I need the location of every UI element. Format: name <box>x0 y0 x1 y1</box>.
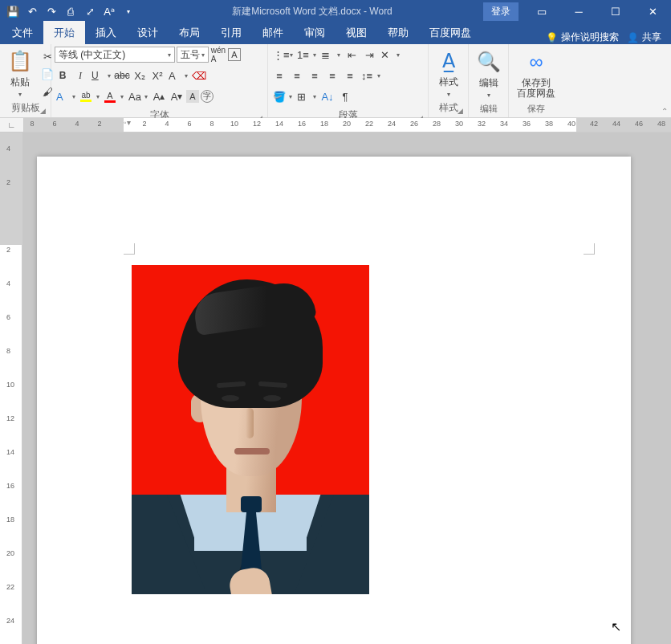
ruler-v-tick: 4 <box>6 145 10 153</box>
ruler-h-tick: 34 <box>500 120 508 128</box>
clipboard-dialog-icon[interactable]: ◢ <box>40 107 46 115</box>
char-shading-button[interactable]: A <box>186 90 199 103</box>
login-button[interactable]: 登录 <box>483 2 518 21</box>
editing-button[interactable]: 🔍编辑▾ <box>472 47 506 101</box>
redo-icon[interactable]: ↷ <box>45 5 58 18</box>
ruler-h-tick: 24 <box>388 120 396 128</box>
multilevel-button[interactable]: ≣▾ <box>319 47 342 63</box>
show-marks-button[interactable]: ¶ <box>337 88 353 104</box>
group-clipboard-label: 剪贴板 <box>11 102 40 113</box>
tab-view[interactable]: 视图 <box>336 21 377 44</box>
tab-layout[interactable]: 布局 <box>169 21 210 44</box>
ruler-h-tick: 36 <box>523 120 531 128</box>
italic-button[interactable]: I <box>72 67 88 84</box>
font-name-combo[interactable]: 等线 (中文正文)▾ <box>55 47 175 63</box>
page[interactable] <box>37 157 631 644</box>
char-border-icon[interactable]: A <box>228 48 241 61</box>
ruler-h-tick: 4 <box>75 120 79 128</box>
qat-icon-1[interactable]: ⎙ <box>64 5 77 18</box>
sort-button[interactable]: A↓ <box>319 88 336 104</box>
align-left-button[interactable]: ≡ <box>271 67 287 84</box>
ruler-v-tick: 6 <box>6 313 10 321</box>
ruler-h-tick: 8 <box>30 120 34 128</box>
tab-baidu[interactable]: 百度网盘 <box>419 21 482 44</box>
undo-icon[interactable]: ↶ <box>26 5 39 18</box>
qat-icon-3[interactable]: Aᵃ <box>103 5 116 18</box>
shading-button[interactable]: 🪣▾ <box>271 88 294 104</box>
document-canvas[interactable] <box>22 132 671 644</box>
inserted-image[interactable] <box>132 265 369 594</box>
change-case-button[interactable]: Aa▾ <box>127 88 149 104</box>
superscript-button[interactable]: X² <box>149 67 165 84</box>
highlight-button[interactable]: ab▾ <box>79 88 101 104</box>
tab-help[interactable]: 帮助 <box>377 21 419 44</box>
styles-dialog-icon[interactable]: ◢ <box>458 107 463 115</box>
margin-corner-tr <box>584 243 595 255</box>
horizontal-ruler[interactable]: ∟ ◦▾ 86422468101214161820222426283032343… <box>0 118 671 132</box>
share-button[interactable]: 👤共享 <box>627 31 661 44</box>
save-icon[interactable]: 💾 <box>6 5 19 18</box>
qat-icon-2[interactable]: ⤢ <box>83 5 96 18</box>
ruler-h-tick: 28 <box>433 120 441 128</box>
subscript-button[interactable]: X₂ <box>132 67 148 84</box>
line-spacing-button[interactable]: ↕≡▾ <box>360 67 382 84</box>
tab-file[interactable]: 文件 <box>2 21 43 44</box>
phonetic-guide-icon[interactable]: wénA <box>210 47 226 63</box>
qat-more-icon[interactable]: ▾ <box>122 5 135 18</box>
ruler-h-tick: 12 <box>253 120 261 128</box>
ruler-v-tick: 14 <box>6 448 14 456</box>
ruler-h-tick: 2 <box>142 120 146 128</box>
font-color-button[interactable]: A▾ <box>103 88 125 104</box>
clear-formatting-button[interactable]: ⌫ <box>191 67 207 84</box>
distribute-button[interactable]: ≡ <box>342 67 358 84</box>
tab-references[interactable]: 引用 <box>210 21 252 44</box>
ruler-h-tick: 18 <box>320 120 328 128</box>
asian-layout-button[interactable]: ✕▾ <box>379 47 401 63</box>
ruler-h-tick: 26 <box>410 120 418 128</box>
font-size-combo[interactable]: 五号▾ <box>177 47 209 63</box>
ruler-h-tick: 38 <box>545 120 553 128</box>
tab-review[interactable]: 审阅 <box>294 21 336 44</box>
paste-button[interactable]: 📋 粘贴 ▾ <box>3 47 37 100</box>
close-icon[interactable]: ✕ <box>634 0 671 22</box>
tell-me-search[interactable]: 💡操作说明搜索 <box>546 31 619 44</box>
grow-font-button[interactable]: A▴ <box>151 88 167 104</box>
tab-design[interactable]: 设计 <box>127 21 169 44</box>
decrease-indent-button[interactable]: ⇤ <box>344 47 360 63</box>
vertical-ruler[interactable]: 4224681012141618202224 <box>0 132 22 644</box>
ruler-h-tick: 8 <box>209 120 214 128</box>
text-effects-button[interactable]: A▾ <box>55 88 77 104</box>
bullets-button[interactable]: ⋮≡▾ <box>271 47 294 63</box>
lightbulb-icon: 💡 <box>546 32 558 43</box>
tab-mailings[interactable]: 邮件 <box>252 21 294 44</box>
save-baidu-button[interactable]: ∞保存到百度网盘 <box>512 47 560 101</box>
justify-button[interactable]: ≡ <box>324 67 340 84</box>
align-center-button[interactable]: ≡ <box>289 67 305 84</box>
ruler-h-tick: 30 <box>455 120 463 128</box>
ruler-h-tick: 44 <box>612 120 620 128</box>
styles-button[interactable]: A̲样式▾ <box>432 47 466 100</box>
clear-format-icon[interactable]: A▾ <box>167 67 189 84</box>
bold-button[interactable]: B <box>55 67 71 84</box>
underline-button[interactable]: U▾ <box>90 67 112 84</box>
tab-home[interactable]: 开始 <box>43 21 85 44</box>
ruler-v-tick: 8 <box>6 347 10 355</box>
tab-insert[interactable]: 插入 <box>85 21 127 44</box>
shrink-font-button[interactable]: A▾ <box>169 88 185 104</box>
increase-indent-button[interactable]: ⇥ <box>361 47 377 63</box>
align-right-button[interactable]: ≡ <box>307 67 323 84</box>
styles-icon: A̲ <box>436 48 462 74</box>
ruler-v-tick: 24 <box>6 617 14 625</box>
collapse-ribbon-icon[interactable]: ⌃ <box>661 107 668 116</box>
share-icon: 👤 <box>627 32 639 43</box>
tab-selector[interactable]: ∟ <box>0 118 24 132</box>
numbering-button[interactable]: 1≡▾ <box>295 47 318 63</box>
maximize-icon[interactable]: ☐ <box>597 0 634 22</box>
ribbon-display-icon[interactable]: ▭ <box>523 0 560 22</box>
minimize-icon[interactable]: ─ <box>560 0 597 22</box>
ruler-v-tick: 18 <box>6 516 14 524</box>
strikethrough-button[interactable]: abc <box>114 67 130 84</box>
borders-button[interactable]: ⊞▾ <box>295 88 318 104</box>
group-save-label: 保存 <box>512 101 560 116</box>
enclose-char-button[interactable]: 字 <box>201 90 214 103</box>
